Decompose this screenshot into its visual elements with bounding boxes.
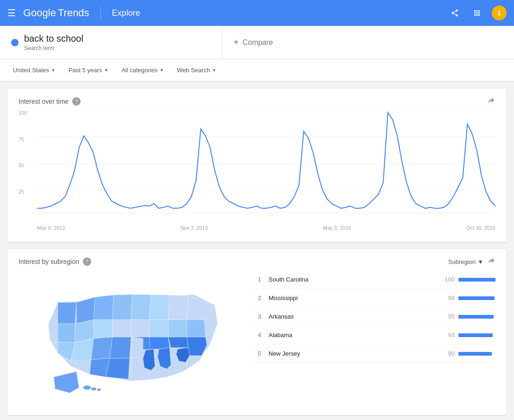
rank-score: 93	[441, 332, 455, 339]
menu-icon[interactable]: ☰	[7, 7, 16, 19]
category-filter[interactable]: All categories ▼	[116, 63, 169, 77]
location-chevron-icon: ▼	[51, 68, 56, 73]
type-filter[interactable]: Web Search ▼	[171, 63, 222, 77]
card-title-row-time: Interest over time ?	[19, 97, 81, 106]
interest-by-subregion-title: Interest by subregion	[19, 258, 79, 265]
rank-bar	[458, 296, 495, 300]
subregion-dropdown-label: Subregion	[448, 258, 476, 265]
subregion-content: 1 South Carolina 100 2 Mississippi 98 3 …	[19, 270, 495, 404]
help-icon-subregion[interactable]: ?	[83, 257, 91, 266]
time-filter-label: Past 5 years	[69, 67, 102, 74]
rank-score: 98	[441, 295, 455, 301]
rank-name: Mississippi	[265, 295, 437, 301]
search-area: back to school Search term + Compare	[0, 26, 514, 59]
ranking-row: 4 Alabama 93	[252, 326, 495, 345]
y-label-100: 100	[19, 110, 35, 116]
time-chevron-icon: ▼	[104, 68, 108, 73]
ranking-row: 3 Arkansas 95	[252, 307, 495, 326]
compare-plus-icon: +	[233, 37, 239, 48]
search-term-text: back to school	[24, 33, 83, 44]
main-content: Interest over time ? 100 75 50 25	[0, 81, 514, 420]
rank-score: 100	[441, 276, 455, 283]
search-row: back to school Search term + Compare	[0, 26, 514, 59]
help-icon-time[interactable]: ?	[72, 97, 81, 106]
map-area	[19, 270, 241, 404]
compare-box[interactable]: + Compare	[222, 26, 514, 59]
type-chevron-icon: ▼	[212, 68, 216, 73]
rank-number: 5	[252, 350, 261, 357]
y-axis-labels: 100 75 50 25	[19, 110, 35, 217]
ranking-row: 2 Mississippi 98	[252, 289, 495, 307]
rank-bar	[458, 333, 493, 337]
app-header: ☰ Google Trends Explore 1	[0, 0, 514, 26]
svg-point-18	[97, 389, 101, 391]
share-header-icon[interactable]	[447, 6, 462, 20]
header-divider	[100, 6, 101, 19]
rank-number: 2	[252, 295, 261, 301]
ranking-row: 5 New Jersey 90	[252, 345, 495, 363]
search-term-content: back to school Search term	[24, 33, 83, 51]
rank-number: 3	[252, 313, 261, 320]
apps-grid-icon[interactable]	[470, 6, 484, 20]
rank-number: 1	[252, 276, 261, 283]
interest-over-time-title: Interest over time	[19, 98, 69, 105]
x-label-2: Nov 3, 2013	[180, 225, 207, 231]
rank-score: 90	[441, 350, 455, 357]
subregion-dropdown[interactable]: Subregion ▼	[448, 258, 483, 265]
logo: Google Trends	[23, 7, 89, 19]
card-title-row-subregion: Interest by subregion ?	[19, 257, 91, 266]
location-filter[interactable]: United States ▼	[7, 63, 61, 77]
category-chevron-icon: ▼	[159, 68, 164, 73]
interest-over-time-chart: 100 75 50 25 May 6, 2012 Nov 3, 2013 May…	[19, 110, 495, 231]
header-actions: 1	[447, 6, 507, 20]
rank-name: South Carolina	[265, 276, 437, 283]
rank-bar-container	[458, 296, 495, 300]
y-label-25: 25	[19, 189, 35, 194]
rank-bar-container	[458, 278, 495, 282]
user-avatar[interactable]: 1	[492, 6, 507, 20]
rank-name: Alabama	[265, 332, 437, 339]
filter-bar: United States ▼ Past 5 years ▼ All categ…	[0, 59, 514, 81]
search-term-box: back to school Search term	[0, 26, 222, 59]
y-label-50: 50	[19, 163, 35, 168]
y-label-75: 75	[19, 137, 35, 142]
category-filter-label: All categories	[121, 67, 157, 74]
card-header-time: Interest over time ?	[19, 96, 495, 107]
interest-over-time-card: Interest over time ? 100 75 50 25	[7, 89, 507, 242]
rank-number: 4	[252, 332, 261, 339]
search-term-label: Search term	[24, 45, 83, 51]
x-label-4: Oct 30, 2016	[466, 225, 495, 231]
rankings-area: 1 South Carolina 100 2 Mississippi 98 3 …	[252, 270, 495, 404]
chart-svg	[37, 110, 495, 218]
logo-google: Google	[23, 7, 56, 19]
search-term-dot	[11, 39, 19, 46]
share-subregion-icon[interactable]	[487, 257, 495, 267]
x-axis-labels: May 6, 2012 Nov 3, 2013 May 3, 2015 Oct …	[37, 225, 495, 231]
rank-score: 95	[441, 313, 455, 320]
rank-bar	[458, 315, 494, 319]
logo-trends: Trends	[58, 7, 89, 19]
type-filter-label: Web Search	[177, 67, 210, 74]
interest-by-subregion-card: Interest by subregion ? Subregion ▼	[7, 249, 507, 415]
time-filter[interactable]: Past 5 years ▼	[63, 63, 114, 77]
rank-bar	[458, 352, 492, 356]
location-filter-label: United States	[13, 67, 49, 74]
svg-point-17	[91, 387, 97, 390]
rank-name: New Jersey	[265, 350, 437, 357]
compare-text: Compare	[243, 38, 273, 47]
rank-bar-container	[458, 333, 495, 337]
card-header-subregion: Interest by subregion ? Subregion ▼	[19, 257, 495, 267]
us-map	[23, 270, 236, 404]
ranking-row: 1 South Carolina 100	[252, 270, 495, 289]
rank-bar-container	[458, 352, 495, 356]
rank-bar-container	[458, 315, 495, 319]
x-label-3: May 3, 2015	[323, 225, 351, 231]
x-label-1: May 6, 2012	[37, 225, 65, 231]
share-time-icon[interactable]	[487, 96, 495, 107]
subregion-dropdown-chevron: ▼	[477, 258, 483, 265]
svg-point-16	[83, 385, 91, 389]
header-explore-label: Explore	[112, 8, 140, 18]
rank-name: Arkansas	[265, 313, 437, 320]
subregion-header-right: Subregion ▼	[448, 257, 495, 267]
rank-bar	[458, 278, 495, 282]
